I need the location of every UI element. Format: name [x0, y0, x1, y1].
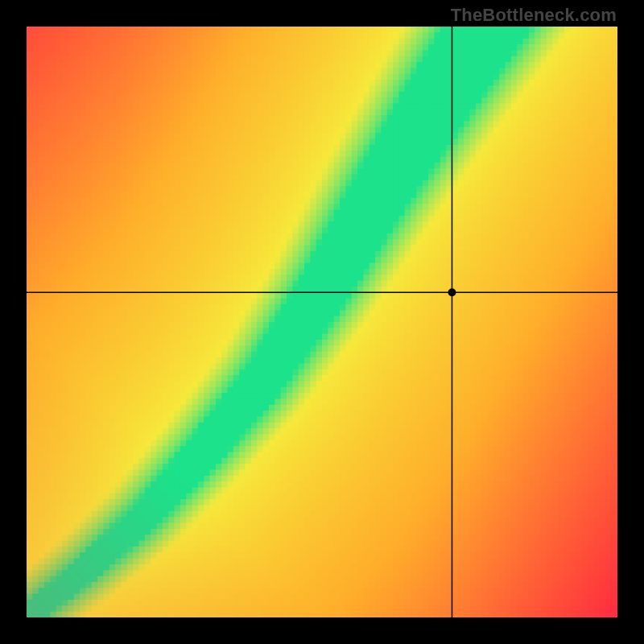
watermark-text: TheBottleneck.com	[451, 5, 617, 26]
heatmap-canvas	[27, 27, 617, 617]
heatmap-plot	[27, 27, 617, 617]
chart-frame: TheBottleneck.com	[0, 0, 644, 644]
